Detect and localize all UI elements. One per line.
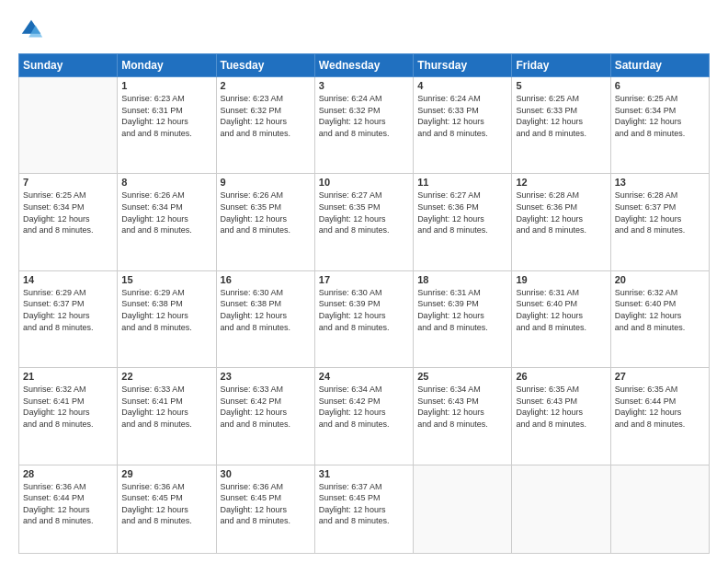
day-info: Sunrise: 6:35 AMSunset: 6:44 PMDaylight:… [615,384,705,430]
day-number: 27 [615,371,705,382]
daylight-text: Daylight: 12 hoursand and 8 minutes. [417,214,488,236]
sunrise-text: Sunrise: 6:25 AM [516,94,579,103]
sunrise-text: Sunrise: 6:23 AM [221,94,284,103]
calendar-week-row: 7Sunrise: 6:25 AMSunset: 6:34 PMDaylight… [19,174,710,270]
sunrise-text: Sunrise: 6:36 AM [121,482,185,491]
sunrise-text: Sunrise: 6:32 AM [615,288,678,297]
sunrise-text: Sunrise: 6:24 AM [417,94,481,103]
calendar-cell: 6Sunrise: 6:25 AMSunset: 6:34 PMDaylight… [610,77,709,174]
sunrise-text: Sunrise: 6:28 AM [615,190,678,200]
daylight-text: Daylight: 12 hoursand and 8 minutes. [417,311,488,332]
sunset-text: Sunset: 6:41 PM [23,396,85,406]
day-number: 19 [516,274,606,285]
weekday-header: Tuesday [216,54,314,77]
sunrise-text: Sunrise: 6:34 AM [417,385,481,394]
sunrise-text: Sunrise: 6:33 AM [221,385,284,394]
sunrise-text: Sunrise: 6:30 AM [319,288,382,297]
day-info: Sunrise: 6:29 AMSunset: 6:37 PMDaylight:… [23,287,113,333]
calendar-cell: 5Sunrise: 6:25 AMSunset: 6:33 PMDaylight… [512,77,610,174]
day-info: Sunrise: 6:30 AMSunset: 6:38 PMDaylight:… [221,287,311,333]
day-number: 5 [516,80,606,91]
calendar-cell: 10Sunrise: 6:27 AMSunset: 6:35 PMDayligh… [314,174,413,270]
sunrise-text: Sunrise: 6:27 AM [319,190,382,200]
day-info: Sunrise: 6:36 AMSunset: 6:45 PMDaylight:… [221,481,311,527]
calendar-header-row: SundayMondayTuesdayWednesdayThursdayFrid… [19,54,710,77]
sunrise-text: Sunrise: 6:30 AM [221,288,284,297]
daylight-text: Daylight: 12 hoursand and 8 minutes. [23,311,94,332]
calendar-cell: 30Sunrise: 6:36 AMSunset: 6:45 PMDayligh… [216,465,314,554]
calendar-cell: 20Sunrise: 6:32 AMSunset: 6:40 PMDayligh… [610,270,709,367]
day-number: 14 [23,274,113,285]
calendar-cell: 29Sunrise: 6:36 AMSunset: 6:45 PMDayligh… [118,465,216,554]
sunrise-text: Sunrise: 6:26 AM [221,190,284,200]
sunset-text: Sunset: 6:39 PM [319,299,381,308]
calendar-cell: 3Sunrise: 6:24 AMSunset: 6:32 PMDaylight… [314,77,413,174]
sunrise-text: Sunrise: 6:36 AM [23,482,86,491]
daylight-text: Daylight: 12 hoursand and 8 minutes. [615,214,686,236]
daylight-text: Daylight: 12 hoursand and 8 minutes. [516,311,586,332]
sunset-text: Sunset: 6:37 PM [23,299,85,308]
calendar-cell: 27Sunrise: 6:35 AMSunset: 6:44 PMDayligh… [610,368,709,465]
calendar-cell [414,465,512,554]
day-info: Sunrise: 6:24 AMSunset: 6:32 PMDaylight:… [319,93,409,139]
day-number: 8 [121,177,211,188]
day-number: 15 [121,274,211,285]
sunset-text: Sunset: 6:34 PM [23,202,85,212]
day-info: Sunrise: 6:23 AMSunset: 6:32 PMDaylight:… [221,93,311,139]
weekday-header: Sunday [19,54,118,77]
daylight-text: Daylight: 12 hoursand and 8 minutes. [319,505,390,526]
day-info: Sunrise: 6:33 AMSunset: 6:42 PMDaylight:… [221,384,311,430]
sunrise-text: Sunrise: 6:36 AM [221,482,284,491]
sunrise-text: Sunrise: 6:35 AM [516,385,579,394]
sunrise-text: Sunrise: 6:28 AM [516,190,579,200]
daylight-text: Daylight: 12 hoursand and 8 minutes. [516,117,586,138]
sunset-text: Sunset: 6:31 PM [121,106,183,115]
day-number: 13 [615,177,705,188]
day-number: 26 [516,371,606,382]
sunset-text: Sunset: 6:42 PM [319,396,381,406]
weekday-header: Wednesday [314,54,413,77]
sunset-text: Sunset: 6:40 PM [615,299,677,308]
day-info: Sunrise: 6:24 AMSunset: 6:33 PMDaylight:… [417,93,507,139]
day-info: Sunrise: 6:34 AMSunset: 6:43 PMDaylight:… [417,384,507,430]
calendar-cell: 15Sunrise: 6:29 AMSunset: 6:38 PMDayligh… [118,270,216,367]
calendar-cell: 14Sunrise: 6:29 AMSunset: 6:37 PMDayligh… [19,270,118,367]
sunset-text: Sunset: 6:45 PM [221,493,282,502]
sunrise-text: Sunrise: 6:25 AM [615,94,678,103]
sunset-text: Sunset: 6:35 PM [221,202,282,212]
day-info: Sunrise: 6:26 AMSunset: 6:35 PMDaylight:… [221,190,311,236]
calendar-cell: 21Sunrise: 6:32 AMSunset: 6:41 PMDayligh… [19,368,118,465]
sunset-text: Sunset: 6:45 PM [319,493,381,502]
daylight-text: Daylight: 12 hoursand and 8 minutes. [23,214,94,236]
daylight-text: Daylight: 12 hoursand and 8 minutes. [319,408,390,429]
sunset-text: Sunset: 6:45 PM [121,493,183,502]
day-number: 6 [615,80,705,91]
daylight-text: Daylight: 12 hoursand and 8 minutes. [417,117,488,138]
daylight-text: Daylight: 12 hoursand and 8 minutes. [23,505,94,526]
daylight-text: Daylight: 12 hoursand and 8 minutes. [221,505,291,526]
day-info: Sunrise: 6:32 AMSunset: 6:40 PMDaylight:… [615,287,705,333]
daylight-text: Daylight: 12 hoursand and 8 minutes. [221,408,291,429]
sunrise-text: Sunrise: 6:29 AM [121,288,185,297]
daylight-text: Daylight: 12 hoursand and 8 minutes. [417,408,488,429]
logo [18,17,48,42]
calendar-cell: 1Sunrise: 6:23 AMSunset: 6:31 PMDaylight… [118,77,216,174]
day-info: Sunrise: 6:27 AMSunset: 6:36 PMDaylight:… [417,190,507,236]
sunset-text: Sunset: 6:34 PM [615,106,677,115]
daylight-text: Daylight: 12 hoursand and 8 minutes. [319,311,390,332]
sunrise-text: Sunrise: 6:25 AM [23,190,86,200]
sunset-text: Sunset: 6:38 PM [221,299,282,308]
calendar-cell: 4Sunrise: 6:24 AMSunset: 6:33 PMDaylight… [414,77,512,174]
day-number: 23 [221,371,311,382]
calendar-cell: 7Sunrise: 6:25 AMSunset: 6:34 PMDaylight… [19,174,118,270]
day-number: 10 [319,177,409,188]
sunset-text: Sunset: 6:36 PM [516,202,577,212]
header [18,17,710,42]
logo-icon [18,17,44,42]
calendar-week-row: 1Sunrise: 6:23 AMSunset: 6:31 PMDaylight… [19,77,710,174]
sunrise-text: Sunrise: 6:33 AM [121,385,185,394]
day-info: Sunrise: 6:35 AMSunset: 6:43 PMDaylight:… [516,384,606,430]
sunset-text: Sunset: 6:35 PM [319,202,381,212]
day-number: 17 [319,274,409,285]
day-info: Sunrise: 6:30 AMSunset: 6:39 PMDaylight:… [319,287,409,333]
